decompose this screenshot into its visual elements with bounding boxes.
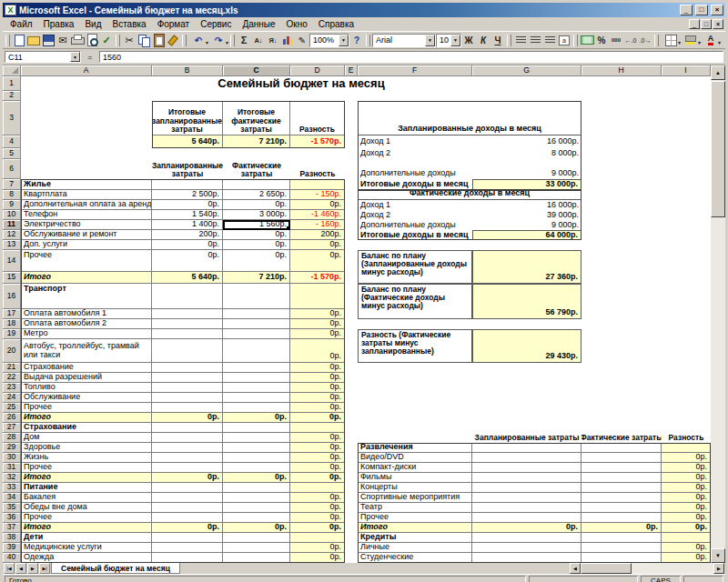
cell-c32[interactable]: 0р. [223, 473, 290, 483]
cell-g12[interactable]: 64 000р. [472, 230, 581, 240]
row-header-35[interactable]: 35 [3, 503, 21, 513]
sort-ascending-icon[interactable]: А↓ [251, 33, 266, 47]
fill-color-icon[interactable] [681, 33, 701, 47]
help-icon[interactable]: ? [349, 33, 364, 47]
cell-b34[interactable] [152, 493, 223, 503]
cell-d34[interactable]: 0р. [290, 493, 345, 503]
row-header-10[interactable]: 10 [3, 210, 21, 220]
mail-icon[interactable] [56, 33, 70, 47]
cell-d12[interactable]: 200р. [290, 230, 345, 240]
row-header-7[interactable]: 7 [3, 179, 21, 190]
last-tab-button[interactable] [39, 563, 50, 574]
cell-g11[interactable]: 9 000р. [472, 220, 581, 230]
cell-b39[interactable] [152, 543, 223, 553]
toolbar-grip[interactable] [507, 35, 511, 46]
cell-h38[interactable] [581, 533, 662, 543]
cell-d17[interactable]: 0р. [290, 309, 345, 319]
cell-b31[interactable] [152, 463, 223, 473]
row-header-28[interactable]: 28 [3, 433, 21, 443]
underline-icon[interactable]: Ч [490, 33, 505, 47]
row-header-18[interactable]: 18 [3, 319, 21, 329]
col-header-b[interactable]: B [152, 65, 223, 76]
drawing-icon[interactable] [295, 33, 309, 47]
cell-a37[interactable]: Итого [21, 523, 152, 533]
cell-a28[interactable]: Дом [21, 433, 152, 443]
col-header-c[interactable]: C [223, 65, 290, 76]
cell-g4[interactable]: 16 000р. [472, 135, 581, 148]
cell-a34[interactable]: Бакалея [21, 493, 152, 503]
cell-g32[interactable] [472, 473, 581, 483]
cell-c25[interactable] [223, 403, 290, 413]
row-header-6[interactable]: 6 [3, 159, 21, 179]
cell-b19[interactable] [152, 329, 223, 339]
cell-a24[interactable]: Обслуживание [21, 393, 152, 403]
col-header-e[interactable]: E [345, 65, 358, 76]
cell-i32[interactable]: 0р. [662, 473, 711, 483]
cell-f32[interactable]: Фильмы [358, 473, 472, 483]
cell-c34[interactable] [223, 493, 290, 503]
minimize-button[interactable] [680, 5, 693, 15]
cell-c30[interactable] [223, 453, 290, 463]
cell-c19[interactable] [223, 329, 290, 339]
cell-g30[interactable] [472, 453, 581, 463]
copy-icon[interactable] [136, 33, 151, 47]
cell-a31[interactable]: Прочее [21, 463, 152, 473]
cell-b24[interactable] [152, 393, 223, 403]
cell-b11[interactable]: 1 400р. [152, 220, 223, 230]
print-preview-icon[interactable] [85, 33, 99, 47]
toolbar-grip[interactable] [182, 35, 187, 46]
cell-b28[interactable] [152, 433, 223, 443]
cell-d22[interactable]: 0р. [290, 373, 345, 383]
comma-style-icon[interactable]: 000 [609, 33, 623, 47]
cell-a29[interactable]: Здоровье [21, 443, 152, 453]
menu-help[interactable]: Справка [313, 18, 359, 30]
cell-b15[interactable]: 5 640р. [152, 272, 223, 284]
toolbar-grip[interactable] [573, 35, 578, 46]
cell-g5[interactable]: 8 000р. [472, 148, 581, 159]
row-header-24[interactable]: 24 [3, 393, 21, 403]
workbook-close-button[interactable] [713, 19, 723, 29]
cell-g9[interactable]: 16 000р. [472, 200, 581, 210]
cell-f6[interactable]: Дополнительные доходы [358, 159, 472, 179]
cell-c15[interactable]: 7 210р. [223, 272, 290, 284]
row-header-34[interactable]: 34 [3, 493, 21, 503]
row-header-15[interactable]: 15 [3, 272, 21, 284]
cell-b38[interactable] [152, 533, 223, 543]
cell-d31[interactable]: 0р. [290, 463, 345, 473]
cell-a17[interactable]: Оплата автомобиля 1 [21, 309, 152, 319]
vertical-scrollbar[interactable] [711, 65, 725, 563]
cell-d35[interactable]: 0р. [290, 503, 345, 513]
cell-b3[interactable]: Итоговые запланированные затраты [152, 101, 223, 135]
cell-f5[interactable]: Доход 2 [358, 148, 472, 159]
cell-c9[interactable]: 0р. [223, 200, 290, 210]
cell-a7[interactable]: Жилье [21, 179, 152, 190]
cell-b26[interactable]: 0р. [152, 413, 223, 423]
cell-h29[interactable] [581, 443, 662, 453]
zoom-dropdown-icon[interactable] [339, 35, 349, 46]
cell-c24[interactable] [223, 393, 290, 403]
cell-d21[interactable]: 0р. [290, 363, 345, 373]
cell-c16[interactable] [223, 284, 290, 309]
cell-g29[interactable] [472, 443, 581, 453]
toolbar-grip[interactable] [654, 35, 659, 46]
cell-c4[interactable]: 7 210р. [223, 135, 290, 148]
cell-a23[interactable]: Топливо [21, 383, 152, 393]
cell-b29[interactable] [152, 443, 223, 453]
cell-g39[interactable] [472, 543, 581, 553]
menu-view[interactable]: Вид [79, 18, 106, 30]
row-header-21[interactable]: 21 [3, 363, 21, 373]
font-dropdown-icon[interactable] [425, 35, 435, 46]
cell-g36[interactable] [472, 513, 581, 523]
chart-wizard-icon[interactable] [280, 33, 295, 47]
cell-c11[interactable]: 1 560р. [223, 220, 290, 230]
increase-decimal-icon[interactable] [623, 33, 638, 47]
row-header-20[interactable]: 20 [3, 339, 21, 363]
cell-b17[interactable] [152, 309, 223, 319]
cell-f10[interactable]: Доход 2 [358, 210, 472, 220]
print-icon[interactable] [70, 33, 85, 47]
cell-b7[interactable] [152, 179, 223, 190]
cell-h30[interactable] [581, 453, 662, 463]
cell-a30[interactable]: Жизнь [21, 453, 152, 463]
cell-c35[interactable] [223, 503, 290, 513]
cell-a11[interactable]: Электричество [21, 220, 152, 230]
